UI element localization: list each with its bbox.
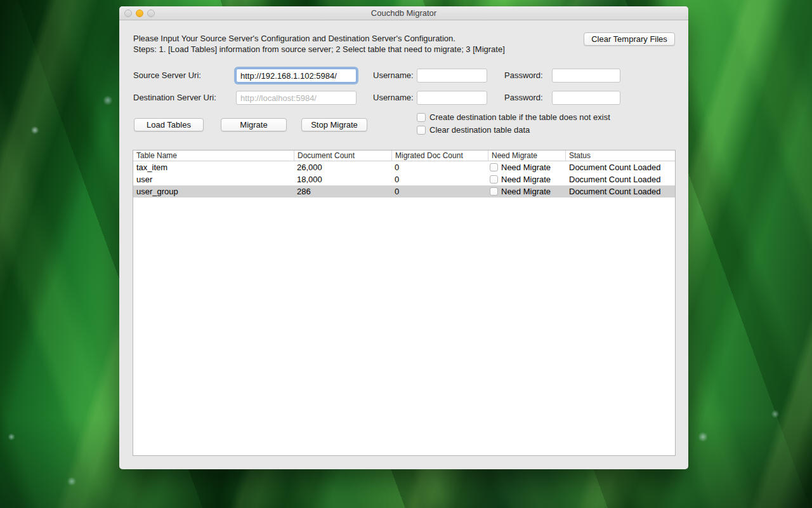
window-title: Couchdb Migrator [119,6,688,20]
instructions-line-2: Steps: 1. [Load Tables] information from… [133,44,505,55]
create-destination-table-checkbox[interactable] [417,113,426,122]
need-migrate-label: Need Migrate [501,185,551,197]
cell-status: Document Count Loaded [565,173,675,185]
close-button[interactable] [124,10,132,17]
destination-server-uri-label: Destination Server Uri: [133,91,216,105]
column-header-table-name[interactable]: Table Name [133,150,294,161]
cell-document-count: 286 [294,185,391,197]
stop-migrate-button[interactable]: Stop Migrate [301,118,367,131]
couchdb-migrator-window: Couchdb Migrator Please Input Your Sourc… [119,6,688,469]
create-destination-table-label[interactable]: Create destination table if the table do… [429,112,610,122]
source-username-input[interactable] [417,69,487,83]
cell-status: Document Count Loaded [565,185,675,197]
migrate-button[interactable]: Migrate [221,118,287,131]
destination-username-input[interactable] [417,91,487,105]
table-row-user-group[interactable]: user_group 286 0 Need Migrate Document C… [133,185,675,197]
table-row-user[interactable]: user 18,000 0 Need Migrate Document Coun… [133,173,675,185]
destination-password-label: Password: [504,91,543,105]
cell-table-name: user_group [133,185,294,197]
clear-destination-data-checkbox[interactable] [417,126,426,135]
cell-document-count: 18,000 [294,173,391,185]
clear-destination-data-label[interactable]: Clear destination table data [429,125,530,135]
cell-migrated-doc-count: 0 [391,185,488,197]
traffic-lights [124,10,155,17]
table-header: Table Name Document Count Migrated Doc C… [133,150,675,161]
titlebar: Couchdb Migrator [119,6,688,20]
instructions-line-1: Please Input Your Source Server's Config… [133,33,505,44]
need-migrate-checkbox[interactable] [490,163,498,171]
need-migrate-checkbox[interactable] [490,175,498,184]
destination-server-uri-input[interactable] [236,91,357,105]
cell-need-migrate: Need Migrate [488,161,565,173]
option-clear-destination-data[interactable]: Clear destination table data [417,125,530,135]
cell-table-name: user [133,173,294,185]
column-header-status[interactable]: Status [565,150,675,161]
cell-document-count: 26,000 [294,161,391,173]
cell-table-name: tax_item [133,161,294,173]
source-server-uri-input[interactable] [236,69,357,83]
cell-need-migrate: Need Migrate [488,185,565,197]
column-header-need-migrate[interactable]: Need Migrate [488,150,565,161]
option-create-destination-table[interactable]: Create destination table if the table do… [417,112,610,122]
source-username-label: Username: [373,69,414,83]
instructions: Please Input Your Source Server's Config… [133,33,505,55]
minimize-button[interactable] [136,10,143,17]
tables-list: Table Name Document Count Migrated Doc C… [133,150,676,456]
cell-status: Document Count Loaded [565,161,675,173]
need-migrate-checkbox[interactable] [490,187,498,196]
need-migrate-label: Need Migrate [501,173,551,185]
source-password-input[interactable] [552,69,620,83]
source-server-uri-label: Source Server Uri: [133,69,201,83]
cell-migrated-doc-count: 0 [391,173,488,185]
cell-migrated-doc-count: 0 [391,161,488,173]
zoom-button[interactable] [147,10,155,17]
cell-need-migrate: Need Migrate [488,173,565,185]
clear-temporary-files-button[interactable]: Clear Temprary Files [584,32,675,46]
table-row-tax-item[interactable]: tax_item 26,000 0 Need Migrate Document … [133,161,675,173]
destination-password-input[interactable] [552,91,620,105]
destination-username-label: Username: [373,91,414,105]
column-header-document-count[interactable]: Document Count [294,150,391,161]
source-password-label: Password: [504,69,543,83]
load-tables-button[interactable]: Load Tables [134,118,204,131]
need-migrate-label: Need Migrate [501,161,551,173]
column-header-migrated-doc-count[interactable]: Migrated Doc Count [391,150,488,161]
